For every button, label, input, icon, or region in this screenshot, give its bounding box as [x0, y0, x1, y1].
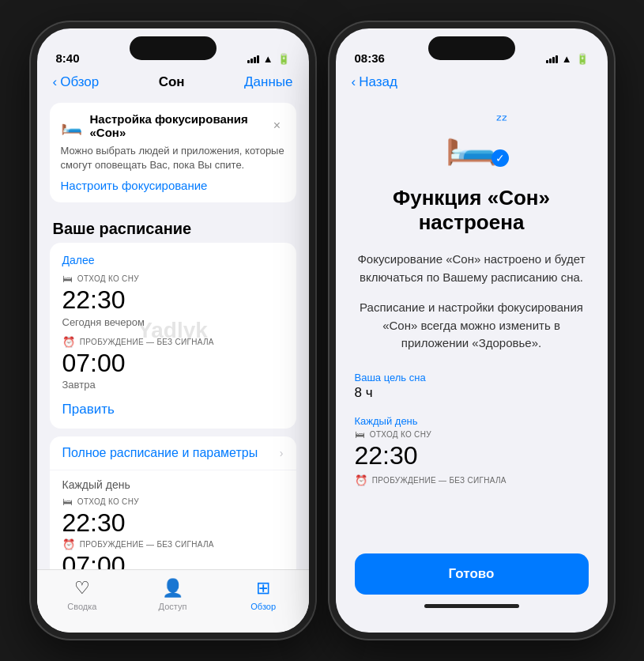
bed-icon: 🛏: [62, 273, 73, 285]
time-1: 8:40: [56, 51, 80, 65]
phone-2: 08:36 ▲ 🔋 ‹ Назад 🛏️ ᶻᶻ ✓: [330, 22, 614, 639]
schedule-section-header: Ваше расписание: [37, 209, 309, 243]
setup-title: Функция «Сон» настроена: [355, 186, 589, 235]
sleep-label: ОТХОД КО СНУ: [77, 274, 139, 283]
grid-icon: ⊞: [256, 578, 270, 599]
setup-desc2: Расписание и настройки фокусирования «Со…: [355, 299, 589, 353]
notif-body: Можно выбрать людей и приложения, которы…: [61, 144, 285, 172]
dynamic-island-2: [428, 36, 515, 60]
phone-1: 8:40 ▲ 🔋 ‹ Обзор Сон Данные 🛏️ Настройка…: [31, 22, 315, 639]
back-button-1[interactable]: ‹ Обзор: [53, 74, 100, 90]
phone2-content: 🛏️ ᶻᶻ ✓ Функция «Сон» настроена Фокусиро…: [336, 96, 608, 633]
full-schedule-link: Полное расписание и параметры: [62, 446, 258, 460]
tab-svodka[interactable]: ♡ Сводка: [37, 578, 128, 611]
nav-bar-2: ‹ Назад: [336, 70, 608, 96]
nav-right-1[interactable]: Данные: [244, 74, 292, 90]
back-label-2: Назад: [359, 74, 397, 90]
signal-icon-1: [247, 55, 259, 63]
chevron-left-icon-1: ‹: [53, 74, 58, 90]
dynamic-island-1: [130, 36, 217, 60]
sleep-time-p2: 22:30: [355, 442, 589, 470]
tab-svodka-label: Сводка: [67, 602, 96, 611]
bed-icon-p2: 🛏: [355, 429, 365, 440]
everyday-label2: Каждый день: [355, 415, 589, 427]
home-bar-2: [424, 604, 519, 608]
wake-sub: Завтра: [62, 379, 284, 391]
next-label: Далее: [62, 254, 284, 266]
sleep-row-2: 🛏 ОТХОД КО СНУ: [62, 496, 284, 508]
goal-value: 8 ч: [355, 385, 589, 401]
wake-label-2: ПРОБУЖДЕНИЕ — БЕЗ СИГНАЛА: [80, 540, 214, 549]
bed-icon-2: 🛏: [62, 496, 73, 508]
goal-label: Ваша цель сна: [355, 372, 589, 383]
bed-hero-icon: 🛏️: [445, 118, 498, 165]
everyday-section: Каждый день 🛏 ОТХОД КО СНУ 22:30 ⏰ ПРОБУ…: [355, 415, 589, 488]
tab-dostup[interactable]: 👤 Доступ: [127, 578, 218, 611]
phone1-content: 🛏️ Настройка фокусирования «Сон» × Можно…: [37, 96, 309, 569]
setup-desc1: Фокусирование «Сон» настроено и будет вк…: [355, 251, 589, 286]
sleep-time-2: 22:30: [62, 509, 284, 537]
sleep-row: 🛏 ОТХОД КО СНУ: [62, 273, 284, 285]
sleep-label-2: ОТХОД КО СНУ: [77, 497, 139, 506]
battery-icon-2: 🔋: [576, 53, 589, 65]
goal-section: Ваша цель сна 8 ч: [355, 372, 589, 410]
sleep-time: 22:30: [62, 286, 284, 314]
content-fade: [355, 516, 589, 531]
schedule-detail: Каждый день 🛏 ОТХОД КО СНУ 22:30 ⏰ ПРОБУ…: [50, 470, 296, 569]
chevron-right-icon: ›: [280, 447, 284, 459]
back-label-1: Обзор: [60, 74, 99, 90]
notif-link[interactable]: Настроить фокусирование: [61, 179, 208, 192]
signal-icon-2: [546, 55, 558, 63]
done-button[interactable]: Готово: [355, 553, 589, 595]
sleep-sub: Сегодня вечером: [62, 316, 284, 328]
wake-row-2: ⏰ ПРОБУЖДЕНИЕ — БЕЗ СИГНАЛА: [62, 538, 284, 550]
sleep-row-p2: 🛏 ОТХОД КО СНУ: [355, 429, 589, 440]
home-indicator-2: [355, 595, 589, 617]
sleep-focus-icon: 🛏️: [61, 115, 82, 136]
notif-header: 🛏️ Настройка фокусирования «Сон» ×: [61, 112, 285, 139]
tab-bar-1: ♡ Сводка 👤 Доступ ⊞ Обзор: [37, 569, 309, 633]
sleep-label-p2: ОТХОД КО СНУ: [370, 430, 431, 439]
everyday-label: Каждый день: [62, 478, 284, 491]
zzz-icon: ᶻᶻ: [496, 111, 507, 130]
notification-card: 🛏️ Настройка фокусирования «Сон» × Можно…: [50, 103, 296, 202]
tab-obzor[interactable]: ⊞ Обзор: [218, 578, 309, 611]
wake-time-2: 07:00: [62, 552, 284, 569]
full-schedule-row[interactable]: Полное расписание и параметры ›: [50, 436, 296, 470]
notif-title: Настройка фокусирования «Сон»: [90, 112, 262, 139]
nav-title-1: Сон: [159, 74, 185, 90]
wake-time: 07:00: [62, 349, 284, 377]
heart-icon: ♡: [74, 578, 90, 599]
schedule-card: Далее 🛏 ОТХОД КО СНУ 22:30 Сегодня вечер…: [50, 243, 296, 428]
wifi-icon-1: ▲: [263, 53, 273, 65]
sleep-hero-wrapper: 🛏️ ᶻᶻ ✓: [445, 117, 498, 167]
alarm-icon-p2: ⏰: [355, 474, 367, 486]
edit-link[interactable]: Править: [62, 402, 115, 417]
tab-obzor-label: Обзор: [250, 602, 276, 611]
people-icon: 👤: [162, 578, 183, 599]
close-icon[interactable]: ×: [269, 118, 285, 134]
battery-icon-1: 🔋: [277, 53, 290, 65]
time-2: 08:36: [355, 51, 385, 65]
wifi-icon-2: ▲: [562, 53, 572, 65]
alarm-icon-2: ⏰: [62, 538, 75, 550]
nav-bar-1: ‹ Обзор Сон Данные: [37, 70, 309, 96]
chevron-left-icon-2: ‹: [352, 74, 356, 90]
wake-label-p2: ПРОБУЖДЕНИЕ — БЕЗ СИГНАЛА: [372, 476, 507, 485]
wake-label: ПРОБУЖДЕНИЕ — БЕЗ СИГНАЛА: [80, 338, 214, 346]
wake-row: ⏰ ПРОБУЖДЕНИЕ — БЕЗ СИГНАЛА: [62, 336, 284, 348]
check-icon: ✓: [491, 149, 509, 167]
sleep-hero: 🛏️ ᶻᶻ ✓: [355, 117, 589, 167]
tab-dostup-label: Доступ: [159, 602, 187, 611]
wake-row-p2: ⏰ ПРОБУЖДЕНИЕ — БЕЗ СИГНАЛА: [355, 474, 589, 486]
alarm-icon: ⏰: [62, 336, 75, 348]
back-button-2[interactable]: ‹ Назад: [352, 74, 397, 90]
